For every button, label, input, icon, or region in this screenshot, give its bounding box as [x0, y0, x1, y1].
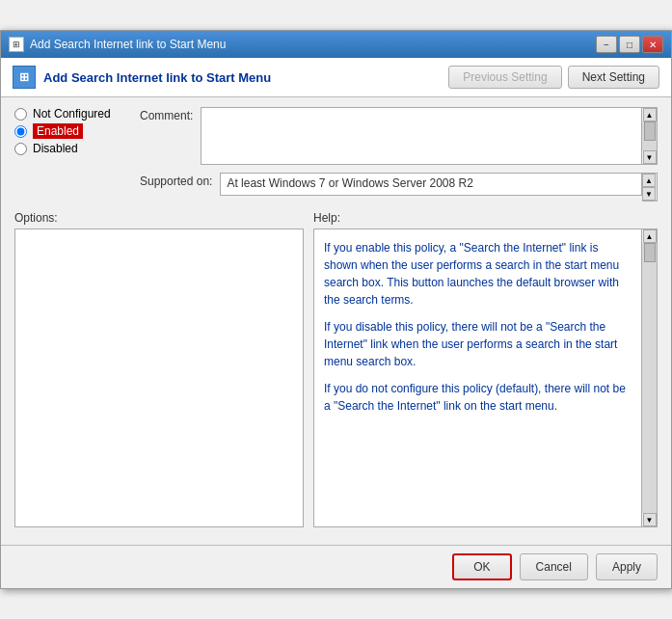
previous-setting-button[interactable]: Previous Setting [448, 66, 561, 89]
disabled-radio[interactable] [14, 143, 27, 155]
supported-value-wrap: At least Windows 7 or Windows Server 200… [220, 173, 658, 202]
supported-scroll-down[interactable]: ▼ [642, 187, 656, 201]
help-panel: Help: If you enable this policy, a "Sear… [313, 211, 658, 527]
not-configured-label: Not Configured [33, 107, 111, 121]
not-configured-radio[interactable] [14, 108, 27, 121]
close-button[interactable]: ✕ [642, 36, 663, 53]
minimize-button[interactable]: − [596, 36, 617, 53]
comment-row: Comment: ▲ ▼ [140, 107, 658, 165]
help-paragraph-1: If you enable this policy, a "Search the… [324, 239, 632, 309]
window-icon: ⊞ [9, 37, 24, 52]
help-scrollbar: ▲ ▼ [641, 229, 657, 526]
comment-label: Comment: [140, 107, 193, 165]
comment-scroll-track [642, 121, 657, 150]
enabled-badge: Enabled [33, 123, 83, 139]
enabled-radio[interactable] [14, 125, 27, 138]
header-title-text: Add Search Internet link to Start Menu [43, 70, 271, 85]
supported-scroll-up[interactable]: ▲ [642, 174, 656, 187]
right-panel: Comment: ▲ ▼ Supported on: At least [140, 107, 658, 202]
help-paragraph-2: If you disable this policy, there will n… [324, 318, 632, 370]
help-box: If you enable this policy, a "Search the… [313, 229, 658, 527]
comment-field-wrap: ▲ ▼ [201, 107, 658, 165]
comment-input[interactable] [201, 107, 642, 165]
cancel-button[interactable]: Cancel [520, 553, 588, 580]
help-scroll-down[interactable]: ▼ [643, 513, 657, 526]
comment-scroll-up[interactable]: ▲ [643, 108, 657, 121]
header-bar: ⊞ Add Search Internet link to Start Menu… [1, 58, 671, 97]
options-panel: Options: [14, 211, 304, 527]
supported-row: Supported on: At least Windows 7 or Wind… [140, 173, 658, 202]
help-scroll-track [642, 243, 657, 513]
title-bar-left: ⊞ Add Search Internet link to Start Menu [9, 37, 226, 52]
enabled-label: Enabled [33, 124, 83, 138]
header-buttons: Previous Setting Next Setting [448, 66, 659, 89]
help-label: Help: [313, 211, 658, 225]
title-controls: − □ ✕ [596, 36, 663, 53]
content-area: Not Configured Enabled Disabled Comment [1, 97, 671, 545]
header-title-area: ⊞ Add Search Internet link to Start Menu [13, 66, 271, 89]
policy-icon: ⊞ [13, 66, 36, 89]
footer: OK Cancel Apply [1, 545, 671, 588]
sections-row: Options: Help: If you enable this policy… [14, 211, 658, 527]
not-configured-option[interactable]: Not Configured [14, 107, 140, 121]
disabled-option[interactable]: Disabled [14, 142, 140, 155]
help-paragraph-3: If you do not configure this policy (def… [324, 380, 632, 415]
help-scroll-up[interactable]: ▲ [643, 229, 657, 243]
supported-label: Supported on: [140, 173, 212, 188]
enabled-option[interactable]: Enabled [14, 124, 140, 138]
comment-scrollbar: ▲ ▼ [642, 107, 658, 165]
apply-button[interactable]: Apply [596, 553, 658, 580]
disabled-label: Disabled [33, 142, 78, 155]
maximize-button[interactable]: □ [619, 36, 640, 53]
top-section: Not Configured Enabled Disabled Comment [14, 107, 658, 211]
options-label: Options: [14, 211, 304, 225]
ok-button[interactable]: OK [452, 553, 511, 580]
help-text-area: If you enable this policy, a "Search the… [314, 229, 641, 526]
next-setting-button[interactable]: Next Setting [568, 66, 659, 89]
main-window: ⊞ Add Search Internet link to Start Menu… [0, 30, 672, 589]
supported-value: At least Windows 7 or Windows Server 200… [220, 173, 642, 196]
title-bar: ⊞ Add Search Internet link to Start Menu… [1, 31, 671, 58]
supported-scrollbar: ▲ ▼ [642, 173, 658, 202]
radio-group: Not Configured Enabled Disabled [14, 107, 140, 155]
comment-scroll-down[interactable]: ▼ [643, 150, 657, 164]
window-title: Add Search Internet link to Start Menu [30, 38, 226, 51]
options-box [14, 229, 304, 527]
